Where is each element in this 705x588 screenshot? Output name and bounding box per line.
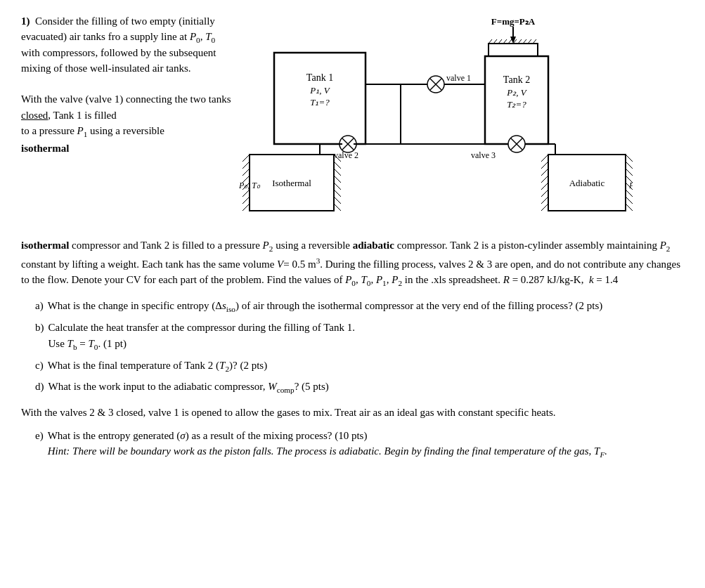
- supply-label-left: P₀, T₀: [239, 181, 261, 190]
- svg-line-61: [626, 169, 633, 176]
- valve1-label: valve 1: [446, 73, 471, 83]
- valve3-label: valve 3: [471, 150, 496, 160]
- svg-line-55: [541, 183, 548, 190]
- svg-line-48: [334, 204, 341, 211]
- tank2-temp: T₂=?: [507, 99, 526, 110]
- question-c: c) What is the final temperature of Tank…: [35, 358, 684, 375]
- closed-text: closed: [21, 110, 48, 121]
- left-text-column: 1) Consider the filling of two empty (in…: [21, 14, 232, 239]
- page-content: 1) Consider the filling of two empty (in…: [21, 14, 684, 461]
- isothermal-inline: isothermal: [21, 240, 69, 251]
- question-a-text: What is the change in specific entropy (…: [48, 298, 603, 315]
- diagram-area: F=mg=P₂A Tank 1: [239, 14, 684, 239]
- question-d: d) What is the work input to the adiabat…: [35, 379, 684, 396]
- valve-description: With the valve (valve 1) connecting the …: [21, 91, 232, 156]
- question-c-text: What is the final temperature of Tank 2 …: [48, 358, 268, 375]
- question-e: e) What is the entropy generated (σ) as …: [35, 428, 684, 461]
- svg-line-57: [541, 197, 548, 204]
- svg-line-65: [626, 197, 633, 204]
- problem-intro: 1) Consider the filling of two empty (in…: [21, 14, 232, 77]
- question-e-hint: Hint: There will be boundary work as the…: [48, 445, 607, 457]
- svg-line-64: [626, 190, 633, 197]
- question-d-text: What is the work input to the adiabatic …: [48, 379, 329, 396]
- svg-line-58: [541, 204, 548, 211]
- svg-line-35: [242, 169, 250, 176]
- diagram-svg: F=mg=P₂A Tank 1: [239, 14, 633, 232]
- svg-line-59: [626, 155, 633, 162]
- svg-line-51: [541, 155, 548, 162]
- svg-line-39: [242, 197, 250, 204]
- svg-line-33: [242, 155, 250, 162]
- question-b: b) Calculate the heat transfer at the co…: [35, 320, 684, 353]
- question-a: a) What is the change in specific entrop…: [35, 298, 684, 315]
- questions-e: e) What is the entropy generated (σ) as …: [35, 428, 684, 461]
- intro-text: Consider the filling of two empty (initi…: [21, 15, 216, 74]
- questions-list: a) What is the change in specific entrop…: [35, 298, 684, 396]
- tank2-props: P₂, V: [506, 87, 527, 98]
- adiabatic-inline: adiabatic: [353, 240, 394, 251]
- tank1-props: P₁, V: [309, 85, 330, 96]
- isothermal-text: isothermal: [21, 143, 69, 154]
- svg-line-66: [626, 204, 633, 211]
- svg-line-44: [334, 176, 341, 183]
- svg-line-38: [242, 190, 250, 197]
- question-c-label: c): [35, 358, 44, 375]
- svg-line-60: [626, 162, 633, 169]
- main-section: 1) Consider the filling of two empty (in…: [21, 14, 684, 239]
- supply-label-right: P₀, T₀: [628, 181, 633, 190]
- mixing-text: With the valves 2 & 3 closed, valve 1 is…: [21, 405, 684, 421]
- svg-rect-2: [489, 44, 538, 56]
- svg-line-45: [334, 183, 341, 190]
- problem-number: 1): [21, 15, 32, 27]
- tank1-label: Tank 1: [306, 72, 333, 83]
- question-b-text: Calculate the heat transfer at the compr…: [48, 320, 355, 353]
- body-text: isothermal compressor and Tank 2 is fill…: [21, 237, 684, 289]
- svg-line-47: [334, 197, 341, 204]
- svg-line-46: [334, 190, 341, 197]
- question-e-text: What is the entropy generated (σ) as a r…: [48, 428, 607, 461]
- svg-line-34: [242, 162, 250, 169]
- svg-line-54: [541, 176, 548, 183]
- svg-line-43: [334, 169, 341, 176]
- question-a-label: a): [35, 298, 44, 315]
- svg-line-40: [242, 204, 250, 211]
- svg-line-52: [541, 162, 548, 169]
- svg-line-56: [541, 190, 548, 197]
- question-e-label: e): [35, 428, 44, 461]
- tank2-label: Tank 2: [503, 74, 530, 85]
- question-d-label: d): [35, 379, 44, 396]
- force-label: F=mg=P₂A: [491, 16, 536, 27]
- isothermal-label: Isothermal: [272, 178, 311, 188]
- svg-line-42: [334, 162, 341, 169]
- question-b-label: b): [35, 320, 44, 353]
- adiabatic-label: Adiabatic: [569, 178, 605, 188]
- tank1-temp: T₁=?: [310, 97, 330, 107]
- svg-line-53: [541, 169, 548, 176]
